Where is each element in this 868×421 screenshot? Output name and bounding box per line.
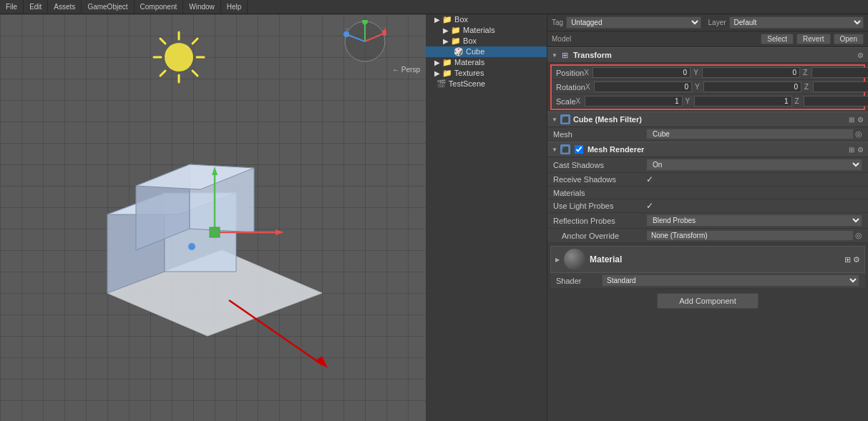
scale-z-input[interactable]	[804, 96, 868, 107]
svg-marker-27	[275, 229, 284, 235]
mesh-renderer-header[interactable]: ▼ ⬛ Mesh Renderer ⊞ ⚙	[547, 142, 868, 157]
open-button[interactable]: Open	[834, 34, 864, 44]
mesh-renderer-actions: ⊞ ⚙	[849, 146, 864, 154]
mesh-filter-settings-icon[interactable]: ⚙	[857, 116, 864, 124]
scene-view[interactable]: X Y Z ← Persp	[0, 14, 426, 421]
mesh-renderer-settings-icon[interactable]: ⚙	[857, 146, 864, 154]
position-y-field: Y	[693, 67, 800, 78]
scale-label: Scale	[556, 97, 576, 106]
folder-icon: ▶	[434, 16, 440, 24]
hierarchy-item-box2[interactable]: ▶ 📁 Box	[426, 36, 547, 46]
position-y-input[interactable]	[702, 67, 800, 78]
cast-shadows-row: Cast Shadows On Off Two Sided Shadows On…	[547, 157, 868, 173]
position-x-label: X	[584, 69, 591, 76]
anchor-override-field: None (Transform)	[646, 230, 854, 241]
transform-header[interactable]: ▼ ⊞ Transform ⚙	[547, 47, 868, 63]
transform-settings-icon[interactable]: ⚙	[857, 51, 864, 59]
receive-shadows-value: ✓	[646, 174, 862, 184]
tag-layer-row: Tag Untagged Layer Default	[547, 14, 868, 31]
material-settings-icon[interactable]: ⚙	[853, 255, 860, 264]
select-button[interactable]: Select	[761, 34, 794, 44]
svg-line-8	[160, 71, 165, 76]
component-menu[interactable]: Component	[135, 0, 184, 14]
scale-z-label: Z	[795, 97, 802, 105]
rotation-row: Rotation X Y Z	[552, 80, 864, 94]
cast-shadows-value: On Off Two Sided Shadows Only	[646, 159, 862, 171]
tag-dropdown[interactable]: Untagged	[566, 16, 701, 29]
scene-3d	[64, 93, 365, 379]
shader-row: Shader Standard	[550, 273, 865, 289]
scale-z-field: Z	[795, 96, 868, 107]
mesh-filter-expand-icon[interactable]: ⊞	[849, 116, 854, 124]
mesh-renderer-expand-icon[interactable]: ⊞	[849, 146, 854, 154]
layer-dropdown[interactable]: Default	[729, 16, 864, 29]
revert-button[interactable]: Revert	[796, 34, 830, 44]
position-z-label: Z	[803, 69, 810, 76]
material-section: ▶ Material ⊞ ⚙ Shader Standard	[550, 246, 865, 289]
cast-shadows-label: Cast Shadows	[553, 161, 646, 169]
transform-icon: ⊞	[560, 50, 570, 60]
edit-menu[interactable]: Edit	[24, 0, 48, 14]
materials-label: Materials	[553, 189, 646, 197]
transform-actions: ⚙	[857, 51, 864, 59]
gameobject-menu[interactable]: GameObject	[82, 0, 134, 14]
position-x-field: X	[584, 67, 691, 78]
mesh-filter-icon: ⬛	[560, 114, 570, 124]
mesh-filter-header[interactable]: ▼ ⬛ Cube (Mesh Filter) ⊞ ⚙	[547, 112, 868, 127]
add-component-button[interactable]: Add Component	[657, 293, 759, 309]
materials-row: Materials	[547, 187, 868, 199]
rotation-label: Rotation	[556, 83, 585, 91]
hierarchy-item-cube[interactable]: 🎲 Cube	[426, 46, 547, 57]
material-actions: ⊞ ⚙	[844, 255, 860, 264]
anchor-override-value: None (Transform) ◎	[646, 230, 862, 241]
svg-text:Z: Z	[345, 27, 348, 34]
position-x-input[interactable]	[593, 67, 691, 78]
model-row: Model Select Revert Open	[547, 31, 868, 47]
material-header[interactable]: ▶ Material ⊞ ⚙	[550, 246, 865, 273]
mesh-selector-icon[interactable]: ◎	[855, 129, 862, 139]
rotation-y-label: Y	[695, 83, 702, 91]
anchor-override-selector-icon[interactable]: ◎	[855, 231, 862, 240]
shader-label: Shader	[556, 277, 599, 285]
reflection-probes-dropdown[interactable]: Blend Probes Off Simple	[646, 214, 862, 227]
rotation-z-input[interactable]	[813, 81, 868, 92]
mesh-renderer-name: Mesh Renderer	[587, 145, 846, 154]
main-layout: X Y Z ← Persp	[0, 14, 868, 421]
reflection-probes-value: Blend Probes Off Simple	[646, 214, 862, 227]
use-light-probes-checkmark: ✓	[646, 201, 653, 211]
scale-y-input[interactable]	[694, 96, 792, 107]
scale-x-input[interactable]	[585, 96, 683, 107]
rotation-x-input[interactable]	[594, 81, 692, 92]
assets-menu[interactable]: Assets	[48, 0, 82, 14]
rotation-fields: X Y Z	[585, 81, 868, 92]
rotation-y-input[interactable]	[703, 81, 801, 92]
rotation-x-field: X	[585, 81, 692, 92]
window-menu[interactable]: Window	[183, 0, 221, 14]
hierarchy-item-materals[interactable]: ▶ 📁 Materals	[426, 57, 547, 68]
mesh-renderer-enabled[interactable]	[575, 145, 583, 154]
svg-line-7	[192, 39, 198, 44]
folder-icon-2: ▶	[443, 26, 449, 34]
cast-shadows-dropdown[interactable]: On Off Two Sided Shadows Only	[646, 159, 862, 171]
right-panel: ▶ 📁 Box ▶ 📁 Materials ▶ 📁 Box 🎲 Cube ▶ 📁…	[426, 14, 868, 421]
layer-label: Layer	[708, 19, 726, 26]
material-expand-icon[interactable]: ⊞	[844, 255, 851, 264]
receive-shadows-checkmark: ✓	[646, 174, 653, 184]
folder-icon-5: ▶	[434, 69, 440, 77]
mesh-row: Mesh Cube ◎	[547, 127, 868, 142]
hierarchy-item-box1[interactable]: ▶ 📁 Box	[426, 14, 547, 25]
mesh-renderer-arrow: ▼	[552, 147, 557, 153]
receive-shadows-label: Receive Shadows	[553, 175, 646, 184]
mesh-filter-actions: ⊞ ⚙	[849, 116, 864, 124]
mesh-filter-name: Cube (Mesh Filter)	[573, 115, 846, 124]
hierarchy-item-materials1[interactable]: ▶ 📁 Materials	[426, 25, 547, 36]
file-menu[interactable]: File	[0, 0, 24, 14]
help-menu[interactable]: Help	[221, 0, 248, 14]
position-z-input[interactable]	[811, 67, 868, 78]
hierarchy-item-testscene[interactable]: 🎬 TestScene	[426, 79, 547, 89]
hierarchy-item-textures[interactable]: ▶ 📁 Textures	[426, 68, 547, 79]
mesh-value-container: Cube ◎	[646, 129, 862, 139]
svg-line-5	[160, 39, 165, 44]
svg-rect-31	[210, 227, 220, 237]
shader-dropdown[interactable]: Standard	[602, 274, 859, 287]
